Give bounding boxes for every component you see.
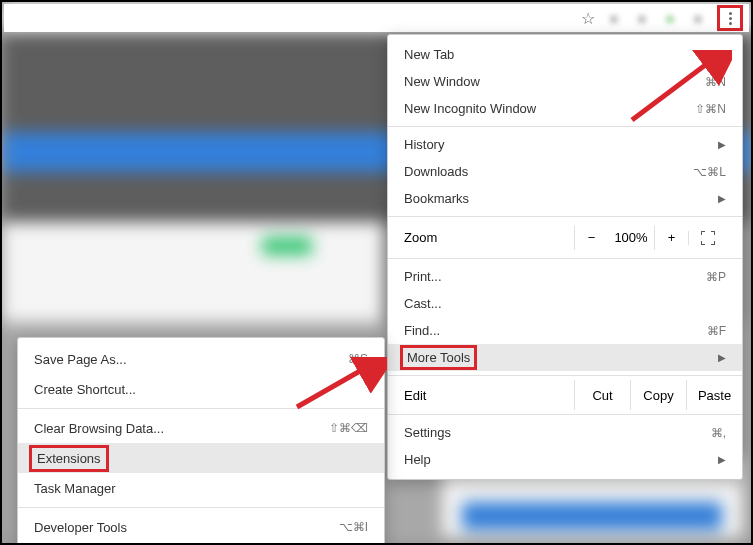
- menu-label: History: [404, 137, 444, 152]
- submenu-item-clear-browsing[interactable]: Clear Browsing Data... ⇧⌘⌫: [18, 413, 384, 443]
- menu-item-cast[interactable]: Cast...: [388, 290, 742, 317]
- menu-shortcut: ⇧⌘⌫: [329, 421, 368, 435]
- extension-slot-icon: ●: [633, 9, 651, 27]
- menu-label: Edit: [404, 388, 574, 403]
- submenu-item-developer-tools[interactable]: Developer Tools ⌥⌘I: [18, 512, 384, 542]
- zoom-out-button[interactable]: −: [574, 226, 608, 250]
- menu-label: New Tab: [404, 47, 454, 62]
- menu-label: New Incognito Window: [404, 101, 536, 116]
- submenu-arrow-icon: ▶: [718, 193, 726, 204]
- submenu-item-extensions[interactable]: Extensions: [18, 443, 384, 473]
- menu-separator: [388, 375, 742, 376]
- submenu-item-task-manager[interactable]: Task Manager: [18, 473, 384, 503]
- menu-item-edit: Edit Cut Copy Paste: [388, 380, 742, 410]
- menu-separator: [388, 126, 742, 127]
- menu-label: Bookmarks: [404, 191, 469, 206]
- menu-item-bookmarks[interactable]: Bookmarks ▶: [388, 185, 742, 212]
- menu-label: Extensions: [29, 445, 109, 472]
- menu-shortcut: ⌘N: [705, 75, 726, 89]
- menu-label: Print...: [404, 269, 442, 284]
- menu-shortcut: ⌥⌘L: [693, 165, 726, 179]
- extension-slot-icon: ●: [661, 9, 679, 27]
- menu-shortcut: ⌘S: [348, 352, 368, 366]
- menu-item-find[interactable]: Find... ⌘F: [388, 317, 742, 344]
- profile-icon[interactable]: ●: [689, 9, 707, 27]
- menu-shortcut: ⇧⌘N: [695, 102, 726, 116]
- menu-shortcut: ⌥⌘I: [339, 520, 368, 534]
- menu-label: Settings: [404, 425, 451, 440]
- menu-separator: [18, 408, 384, 409]
- menu-shortcut: ⌘,: [711, 426, 726, 440]
- menu-label: Find...: [404, 323, 440, 338]
- menu-separator: [388, 258, 742, 259]
- menu-label: Zoom: [404, 230, 437, 245]
- extension-slot-icon: ●: [605, 9, 623, 27]
- cut-button[interactable]: Cut: [574, 380, 630, 410]
- vertical-dots-icon: [729, 12, 732, 25]
- menu-label: Task Manager: [34, 481, 116, 496]
- menu-label: Clear Browsing Data...: [34, 421, 164, 436]
- menu-item-downloads[interactable]: Downloads ⌥⌘L: [388, 158, 742, 185]
- menu-label: More Tools: [400, 345, 477, 370]
- menu-separator: [388, 414, 742, 415]
- menu-item-help[interactable]: Help ▶: [388, 446, 742, 473]
- browser-toolbar: ☆ ● ● ● ●: [4, 4, 749, 32]
- menu-item-settings[interactable]: Settings ⌘,: [388, 419, 742, 446]
- chrome-menu-button[interactable]: [717, 5, 743, 31]
- menu-separator: [388, 216, 742, 217]
- menu-shortcut: ⌘P: [706, 270, 726, 284]
- fullscreen-button[interactable]: [688, 231, 726, 245]
- zoom-value: 100%: [608, 230, 654, 245]
- bookmark-star-icon[interactable]: ☆: [581, 9, 595, 28]
- fullscreen-icon: [701, 231, 715, 245]
- menu-shortcut: ⌘F: [707, 324, 726, 338]
- more-tools-submenu: Save Page As... ⌘S Create Shortcut... Cl…: [17, 337, 385, 545]
- paste-button[interactable]: Paste: [686, 380, 742, 410]
- submenu-arrow-icon: ▶: [718, 139, 726, 150]
- submenu-item-create-shortcut[interactable]: Create Shortcut...: [18, 374, 384, 404]
- submenu-arrow-icon: ▶: [718, 454, 726, 465]
- menu-label: Cast...: [404, 296, 442, 311]
- submenu-item-save-page[interactable]: Save Page As... ⌘S: [18, 344, 384, 374]
- menu-item-history[interactable]: History ▶: [388, 131, 742, 158]
- copy-button[interactable]: Copy: [630, 380, 686, 410]
- menu-item-new-incognito[interactable]: New Incognito Window ⇧⌘N: [388, 95, 742, 122]
- menu-label: Help: [404, 452, 431, 467]
- menu-label: Save Page As...: [34, 352, 127, 367]
- menu-item-print[interactable]: Print... ⌘P: [388, 263, 742, 290]
- menu-label: Downloads: [404, 164, 468, 179]
- menu-separator: [18, 507, 384, 508]
- zoom-in-button[interactable]: +: [654, 226, 688, 250]
- submenu-arrow-icon: ▶: [718, 352, 726, 363]
- menu-item-zoom: Zoom − 100% +: [388, 221, 742, 254]
- menu-label: Create Shortcut...: [34, 382, 136, 397]
- menu-label: New Window: [404, 74, 480, 89]
- menu-item-new-window[interactable]: New Window ⌘N: [388, 68, 742, 95]
- menu-item-more-tools[interactable]: More Tools ▶: [388, 344, 742, 371]
- menu-label: Developer Tools: [34, 520, 127, 535]
- menu-item-new-tab[interactable]: New Tab: [388, 41, 742, 68]
- chrome-main-menu: New Tab New Window ⌘N New Incognito Wind…: [387, 34, 743, 480]
